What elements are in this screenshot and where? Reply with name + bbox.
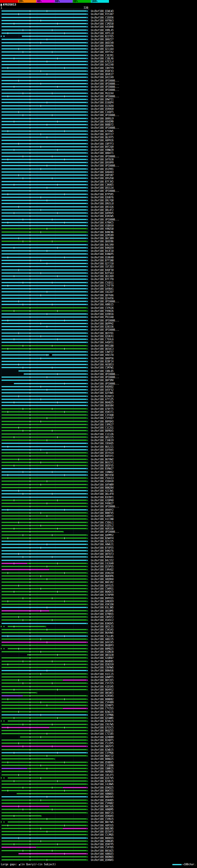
alignment-segment[interactable] <box>2 818 87 820</box>
hit-accession-link[interactable]: UniRef100_Q21225 <box>91 540 113 543</box>
alignment-segment[interactable] <box>2 216 87 217</box>
hit-accession-link[interactable]: UniRef100_A7S9W5 <box>91 130 113 133</box>
alignment-row[interactable]: UniRef100_B6H9S2 <box>0 688 197 691</box>
alignment-segment[interactable] <box>2 17 87 18</box>
alignment-row[interactable]: UniRef100_C5LLB5 <box>0 634 197 638</box>
alignment-segment[interactable] <box>2 424 87 425</box>
alignment-segment[interactable] <box>8 822 87 823</box>
alignment-row[interactable]: UniRef100_Q9AVP6 <box>0 44 197 48</box>
alignment-segment[interactable] <box>2 323 87 324</box>
alignment-segment[interactable] <box>2 402 87 403</box>
alignment-row[interactable]: UniRef100_B6QDP3 <box>0 644 197 647</box>
alignment-row[interactable]: UniRef100_P25387 <box>0 12 197 16</box>
alignment-segment[interactable] <box>2 386 87 388</box>
alignment-segment[interactable] <box>2 727 50 728</box>
alignment-segment[interactable] <box>2 263 87 264</box>
alignment-row[interactable]: UniRef100_Q5YV24 <box>0 452 197 455</box>
alignment-segment[interactable] <box>2 52 87 53</box>
alignment-row[interactable]: UniRef100_B7SP55 <box>0 546 197 549</box>
hit-accession-link[interactable]: UniRef100_A8P926 <box>91 139 113 142</box>
alignment-segment[interactable] <box>2 768 27 769</box>
alignment-segment[interactable] <box>2 752 87 753</box>
hit-accession-link[interactable]: UniRef100_Q5B2G9 <box>91 663 113 666</box>
alignment-row[interactable]: UniRef100_B2WDJ5 <box>0 748 197 751</box>
alignment-row[interactable]: UniRef100_Q65UC3 <box>0 347 197 350</box>
alignment-segment[interactable] <box>2 326 87 327</box>
alignment-row[interactable]: UniRef100_UPI0000... <box>0 82 197 85</box>
alignment-row[interactable]: UniRef100_A5DAG9 <box>0 480 197 483</box>
hit-accession-link[interactable]: UniRef100_B0CYW5 <box>91 821 113 824</box>
hit-accession-link[interactable]: UniRef100_A2QR07 <box>91 657 113 659</box>
hit-accession-link[interactable]: UniRef100_B0Y2E5 <box>91 679 113 682</box>
alignment-segment[interactable] <box>23 695 87 696</box>
alignment-row[interactable]: UniRef100_A2QPK8 <box>0 499 197 502</box>
alignment-row[interactable]: UniRef100_UPI0000... <box>0 114 197 117</box>
hit-accession-link[interactable]: UniRef100_Q80471 <box>91 152 113 155</box>
hit-accession-link[interactable]: UniRef100_UPI0000... <box>91 89 119 91</box>
hit-accession-link[interactable]: UniRef100_UPI0000... <box>91 86 119 88</box>
alignment-segment[interactable] <box>2 354 50 355</box>
alignment-segment[interactable] <box>2 89 87 91</box>
hit-accession-link[interactable]: UniRef100_Q4FWB9 <box>91 484 113 486</box>
hit-accession-link[interactable]: UniRef100_Q6DIV0 <box>91 41 113 44</box>
hit-accession-link[interactable]: UniRef100_Q9XHY2 <box>91 509 113 512</box>
hit-accession-link[interactable]: UniRef100_B6SJ21 <box>91 445 113 448</box>
alignment-row[interactable]: UniRef100_C4JGH9 <box>0 562 197 565</box>
alignment-segment[interactable] <box>14 383 87 384</box>
alignment-segment[interactable] <box>2 680 63 681</box>
hit-accession-link[interactable]: UniRef100_A7T1Z5 <box>91 398 113 401</box>
alignment-row[interactable]: UniRef100_B2IYE5 <box>0 35 197 38</box>
hit-accession-link[interactable]: UniRef100_C1MZG8 <box>91 23 113 25</box>
alignment-segment[interactable] <box>1 777 2 779</box>
alignment-segment[interactable] <box>2 83 87 84</box>
alignment-row[interactable]: UniRef100_Q40403 <box>0 170 197 174</box>
hit-accession-link[interactable]: UniRef100_P49026 <box>91 310 113 313</box>
hit-accession-link[interactable]: UniRef100_Q5KFP5 <box>91 843 113 846</box>
alignment-segment[interactable] <box>2 348 87 349</box>
alignment-segment[interactable] <box>2 358 87 359</box>
hit-accession-link[interactable]: UniRef100_B7FJK5 <box>91 180 113 183</box>
hit-accession-link[interactable]: UniRef100_C1GDB0 <box>91 764 113 767</box>
alignment-row[interactable]: UniRef100_C4JBW5 <box>0 783 197 786</box>
alignment-segment[interactable] <box>2 411 87 412</box>
alignment-segment[interactable] <box>3 720 5 722</box>
alignment-segment[interactable] <box>17 793 87 795</box>
alignment-segment[interactable] <box>52 354 87 355</box>
alignment-row[interactable]: UniRef100_C1E056 <box>0 16 197 19</box>
hit-accession-link[interactable]: UniRef100_C5M7W1 <box>91 366 113 369</box>
hit-accession-link[interactable]: UniRef100_Q0CQJ0 <box>91 654 113 656</box>
hit-accession-link[interactable]: UniRef100_B4L552 <box>91 559 113 562</box>
alignment-segment[interactable] <box>2 405 87 406</box>
alignment-segment[interactable] <box>2 241 87 242</box>
alignment-segment[interactable] <box>2 77 87 78</box>
alignment-segment[interactable] <box>2 288 87 289</box>
alignment-segment[interactable] <box>2 440 87 441</box>
alignment-segment[interactable] <box>2 421 87 422</box>
alignment-segment[interactable] <box>2 493 87 495</box>
alignment-segment[interactable] <box>27 563 87 564</box>
hit-accession-link[interactable]: UniRef100_A2R5K5 <box>91 695 113 698</box>
alignment-row[interactable]: UniRef100_A4QV51 <box>0 341 197 344</box>
alignment-row[interactable]: UniRef100_Q0CQJ0 <box>0 653 197 656</box>
alignment-segment[interactable] <box>3 777 5 779</box>
alignment-row[interactable]: UniRef100_UPI0000... <box>0 88 197 91</box>
alignment-segment[interactable] <box>2 55 87 56</box>
hit-accession-link[interactable]: UniRef100_A8NDM5 <box>91 808 113 811</box>
hit-accession-link[interactable]: UniRef100_UPI0000... <box>91 155 119 158</box>
alignment-segment[interactable] <box>2 859 87 861</box>
alignment-segment[interactable] <box>19 370 87 372</box>
alignment-segment[interactable] <box>2 667 87 668</box>
alignment-row[interactable]: UniRef100_B4KQ59 <box>0 246 197 249</box>
hit-accession-link[interactable]: UniRef100_B3CNY1 <box>91 496 113 499</box>
hit-accession-link[interactable]: UniRef100_C7YZS5 <box>91 707 113 710</box>
alignment-row[interactable]: UniRef100_A8NSE5 <box>0 852 197 856</box>
alignment-row[interactable]: UniRef100_P49026 <box>0 309 197 313</box>
hit-accession-link[interactable]: UniRef100_UPI0000... <box>91 300 119 303</box>
alignment-segment[interactable] <box>2 699 87 700</box>
hit-accession-link[interactable]: UniRef100_B0E1R2 <box>91 581 113 584</box>
alignment-row[interactable]: UniRef100_Q0F5M4 <box>0 379 197 382</box>
alignment-segment[interactable] <box>2 367 87 368</box>
alignment-row[interactable]: UniRef100_B8PBX5 <box>0 429 197 432</box>
hit-accession-link[interactable]: UniRef100_Q2GWN5 <box>91 717 113 720</box>
alignment-row[interactable]: UniRef100_C0NR25 <box>0 767 197 770</box>
